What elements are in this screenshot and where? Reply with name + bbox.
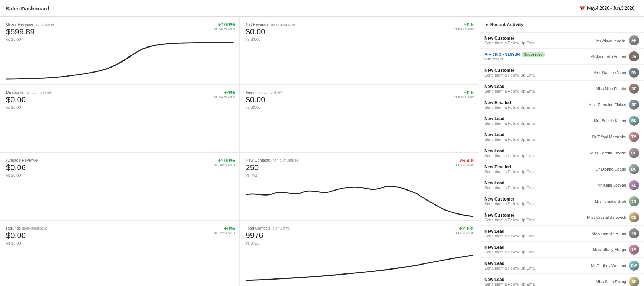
activity-item: New Customer Send them a Follow Up Email…	[479, 193, 644, 209]
activity-item: New Lead Send them a Follow Up Email Mis…	[479, 274, 644, 286]
metric-pct-net-revenue: +0%	[464, 21, 474, 28]
activity-type: New Lead	[484, 229, 583, 234]
activity-item: New Lead Send them a Follow Up Email Mis…	[479, 81, 644, 97]
activity-left: New Lead Send them a Follow Up Email	[484, 148, 583, 158]
metric-badge-refunds: +0% 31 DAYS AGO	[214, 225, 235, 235]
metric-label-refunds: Refunds (non-cumulative)	[6, 226, 49, 230]
metric-pct-refunds: +0%	[224, 225, 235, 231]
metric-value-net-revenue: $0.00	[246, 27, 297, 36]
person-name: Mrs Beatriz Kinton	[583, 119, 626, 123]
avatar: NF	[629, 84, 639, 94]
metric-value-gross-revenue: $599.89	[6, 27, 54, 36]
avatar: SE	[629, 277, 639, 286]
chart-new-contacts	[246, 177, 473, 217]
person-name: Miss Sima Epting	[583, 280, 626, 284]
metric-vs-new-contacts: vs 441	[246, 173, 298, 177]
activity-right: Miss Teresita Rome TR	[583, 228, 639, 238]
activity-item: New Lead Send them a Follow Up Email Mr …	[479, 258, 644, 274]
metric-value-average-revenue: $0.06	[6, 163, 38, 172]
chart-gross-revenue	[6, 41, 234, 82]
metric-ago-refunds: 31 DAYS AGO	[214, 231, 235, 235]
activity-type: New Lead	[484, 277, 583, 282]
avatar: NV	[629, 68, 639, 78]
activity-type: New Customer	[484, 197, 583, 202]
activity-right: Mr Jacquelin Aumen JA	[583, 51, 639, 61]
activity-left: New Customer Send them a Follow Up Email	[484, 213, 583, 222]
metric-vs-refunds: vs $0.00	[6, 241, 49, 245]
activity-sub: Send them a Follow Up Email	[484, 41, 583, 45]
metric-pct-discounts: +0%	[224, 89, 235, 95]
activity-sub: Send them a Follow Up Email	[484, 153, 583, 158]
activity-right: Miss Nancee Viren NV	[583, 68, 639, 78]
activity-right: Miss Nina Fluette NF	[583, 84, 639, 94]
activity-type: New Lead	[484, 261, 583, 266]
metric-value-total-contacts: 9976	[246, 231, 291, 240]
date-range-button[interactable]: 📅 May,4,2020 - Jun,3,2020	[576, 4, 638, 13]
avatar: AF	[629, 35, 639, 45]
activity-sub: Send them a Follow Up Email	[484, 250, 583, 254]
avatar: TG	[629, 196, 639, 206]
calendar-icon: 📅	[580, 6, 585, 11]
activity-left: New Emailed Send them a Follow Up Email	[484, 100, 583, 109]
metric-card-fees: Fees (non-cumulative) $0.00 vs $0.00 +0%…	[240, 85, 479, 153]
activity-item: New Emailed Send them a Follow Up Email …	[479, 97, 644, 113]
avatar: CB	[629, 212, 639, 222]
avatar: BK	[629, 116, 639, 126]
metric-value-new-contacts: 250	[246, 163, 298, 172]
metric-value-fees: $0.00	[246, 95, 282, 104]
activity-left: New Lead Send them a Follow Up Email	[484, 84, 583, 93]
metric-badge-average-revenue: +100% 31 DAYS AGO	[214, 157, 235, 167]
activity-item: VIP club - $199.94Succeeded with status …	[479, 49, 644, 65]
main-layout: Gross Revenue (cumulative) $599.89 vs $0…	[0, 17, 644, 286]
metric-ago-gross-revenue: 31 DAYS AGO	[214, 28, 235, 31]
activity-left: New Lead Send them a Follow Up Email	[484, 277, 583, 286]
activity-sub: Send them a Follow Up Email	[484, 186, 583, 190]
person-name: Miss Crystal Bertovich	[583, 215, 626, 220]
avatar: DW	[629, 261, 639, 271]
activity-sub: Send them a Follow Up Email	[484, 105, 583, 109]
metric-ago-discounts: 31 DAYS AGO	[214, 95, 235, 99]
activity-sub: Send them a Follow Up Email	[484, 218, 583, 222]
metric-badge-new-contacts: -76.4% 31 DAYS AGO	[454, 157, 474, 167]
activity-left: New Customer Send them a Follow Up Email	[484, 36, 583, 45]
metric-vs-average-revenue: vs $0.00	[6, 173, 38, 177]
metric-ago-net-revenue: 31 DAYS AGO	[454, 28, 474, 31]
activity-type: New Lead	[484, 181, 583, 186]
metric-label-new-contacts: New Contacts (non-cumulative)	[246, 158, 298, 162]
activity-type: New Lead	[484, 245, 583, 250]
activity-sub: Send them a Follow Up Email	[484, 169, 583, 174]
metric-pct-gross-revenue: +100%	[218, 21, 235, 28]
metric-value-discounts: $0.00	[6, 95, 51, 104]
activity-item: New Customer Send them a Follow Up Email…	[479, 65, 644, 81]
metric-value-refunds: $0.00	[6, 231, 49, 240]
person-name: Miss Tiffany Mittiga	[583, 247, 626, 252]
activity-sub: Send them a Follow Up Email	[484, 202, 583, 206]
metric-vs-gross-revenue: vs $0.00	[6, 37, 54, 41]
avatar: TR	[629, 228, 639, 238]
activity-item: New Customer Send them a Follow Up Email…	[479, 209, 644, 226]
metric-card-discounts: Discounts (non-cumulative) $0.00 vs $0.0…	[0, 85, 240, 153]
activity-left: New Lead Send them a Follow Up Email	[484, 181, 583, 190]
person-name: Miss Teresita Rome	[583, 231, 626, 236]
activity-right: Miss Coretta Cromie CC	[583, 148, 639, 158]
activity-type: New Lead	[484, 148, 583, 153]
activity-item: New Customer Send them a Follow Up Email…	[479, 33, 644, 49]
activity-sub: Send them a Follow Up Email	[484, 282, 583, 286]
activity-sub: Send them a Follow Up Email	[484, 89, 583, 93]
metric-vs-net-revenue: vs $0.00	[246, 37, 297, 41]
metric-vs-discounts: vs $0.00	[6, 105, 51, 109]
metric-ago-fees: 31 DAYS AGO	[454, 95, 474, 99]
metric-label-total-contacts: Total Contacts (cumulative)	[246, 226, 291, 230]
person-name: Ms Alison Fowler	[583, 38, 626, 43]
metric-badge-gross-revenue: +100% 31 DAYS AGO	[214, 21, 235, 31]
activity-type[interactable]: VIP club - $199.94Succeeded	[484, 52, 583, 57]
activity-right: Miss Sima Epting SE	[583, 277, 639, 286]
metric-badge-fees: +0% 31 DAYS AGO	[454, 89, 474, 99]
person-name: Mr Dorthey Weedon	[583, 263, 626, 268]
date-range-label: May,4,2020 - Jun,3,2020	[587, 6, 634, 11]
metric-badge-net-revenue: +0% 31 DAYS AGO	[454, 21, 474, 31]
activity-left: New Customer Send them a Follow Up Email	[484, 68, 583, 77]
activity-sub: Send them a Follow Up Email	[484, 266, 583, 270]
metric-card-gross-revenue: Gross Revenue (cumulative) $599.89 vs $0…	[0, 17, 240, 85]
activity-left: New Emailed Send them a Follow Up Email	[484, 164, 583, 174]
